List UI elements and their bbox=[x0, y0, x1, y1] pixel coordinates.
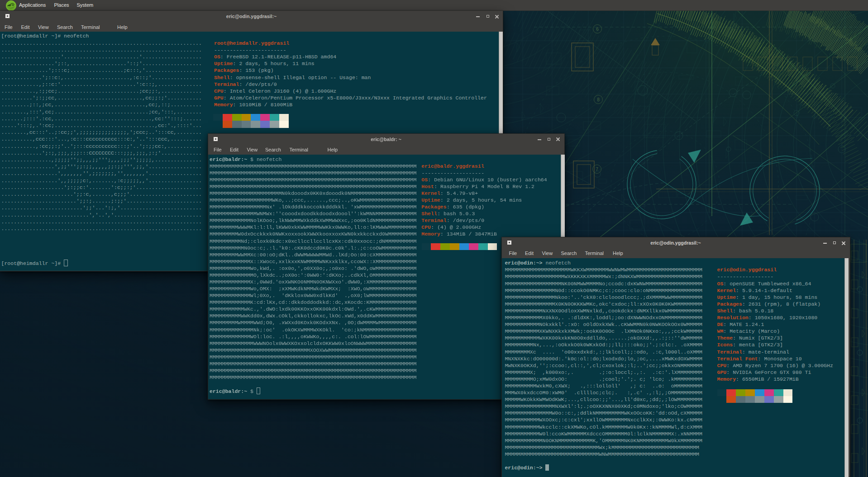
svg-text:8: 8 bbox=[597, 97, 600, 102]
